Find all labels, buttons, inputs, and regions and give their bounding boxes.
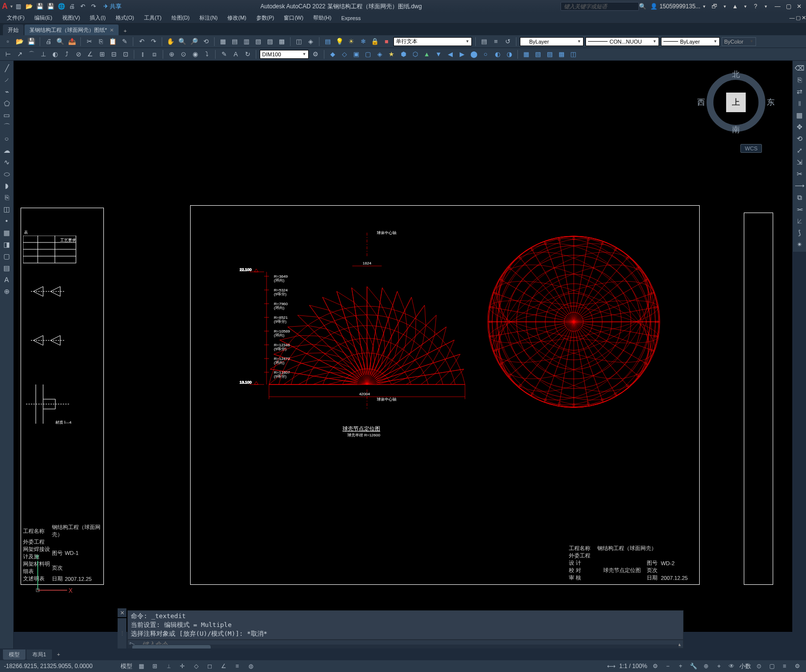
otrack-icon[interactable]: ∠ bbox=[219, 661, 228, 671]
view-cube[interactable]: 北 南 东 西 上 bbox=[704, 71, 768, 134]
saveas-icon[interactable]: 💾 bbox=[46, 1, 55, 11]
cmdline-close-button[interactable]: ✕ bbox=[118, 608, 126, 617]
dimupd-icon[interactable]: ↻ bbox=[243, 49, 252, 59]
menu-draw[interactable]: 绘图(D) bbox=[168, 13, 194, 23]
revcloud-icon[interactable]: ☁ bbox=[1, 145, 12, 156]
erase-icon[interactable]: ⌫ bbox=[794, 63, 805, 73]
break-icon[interactable]: ⧉ bbox=[794, 192, 805, 203]
gear-icon[interactable]: ⚙ bbox=[650, 661, 660, 671]
tab-add-layout[interactable]: + bbox=[53, 650, 64, 659]
pline-icon[interactable]: ⌁ bbox=[1, 86, 12, 97]
dim-align-icon[interactable]: ↗ bbox=[15, 49, 24, 59]
scale-icon2[interactable]: ⟷ bbox=[607, 661, 616, 671]
zoom2-icon[interactable]: 🔎 bbox=[189, 37, 199, 47]
grid-icon[interactable]: ▦ bbox=[136, 661, 146, 671]
ortho-icon[interactable]: ⟂ bbox=[164, 661, 173, 671]
point-icon[interactable]: • bbox=[1, 216, 12, 226]
box-icon[interactable]: ▢ bbox=[767, 661, 777, 671]
menu-view[interactable]: 视图(V) bbox=[58, 13, 84, 23]
anno-icon[interactable]: ⊕ bbox=[701, 661, 711, 671]
dimstyle-mgr-icon[interactable]: ⚙ bbox=[311, 49, 320, 59]
menu-tools[interactable]: 工具(T) bbox=[140, 13, 166, 23]
plot-icon[interactable]: 🖨 bbox=[67, 1, 77, 11]
trim-icon[interactable]: ✂ bbox=[794, 168, 805, 179]
viewcube-west[interactable]: 西 bbox=[697, 97, 705, 108]
extend-icon[interactable]: ⟶ bbox=[794, 180, 805, 191]
et20-icon[interactable]: ▩ bbox=[557, 49, 566, 59]
tab-layout1[interactable]: 布局1 bbox=[26, 649, 52, 660]
menu-file[interactable]: 文件(F) bbox=[3, 13, 28, 23]
et1-icon[interactable]: ◆ bbox=[328, 49, 338, 59]
print-icon[interactable]: 🖨 bbox=[44, 37, 53, 47]
snap-icon[interactable]: ⊞ bbox=[150, 661, 160, 671]
et15-icon[interactable]: ◐ bbox=[492, 49, 502, 59]
ren-icon[interactable]: ◈ bbox=[306, 37, 316, 47]
target-icon[interactable]: ⊙ bbox=[754, 661, 764, 671]
viewcube-south[interactable]: 南 bbox=[732, 125, 740, 135]
maximize-button[interactable]: ▢ bbox=[783, 2, 793, 10]
lines-icon[interactable]: ≡ bbox=[780, 661, 789, 671]
menu-dim[interactable]: 标注(N) bbox=[195, 13, 221, 23]
osnap-icon[interactable]: ◻ bbox=[205, 661, 215, 671]
menu-window[interactable]: 窗口(W) bbox=[280, 13, 307, 23]
tp-icon[interactable]: ▥ bbox=[242, 37, 251, 47]
freeze-icon[interactable]: ❄ bbox=[358, 37, 368, 47]
cut-icon[interactable]: ✂ bbox=[84, 37, 94, 47]
open2-icon[interactable]: 📂 bbox=[15, 37, 24, 47]
units-label[interactable]: 小数 bbox=[739, 662, 751, 671]
mark-icon[interactable]: ▨ bbox=[265, 37, 275, 47]
user-pref-icon[interactable]: ▲ bbox=[731, 2, 739, 11]
dim-ord-icon[interactable]: ⊥ bbox=[38, 49, 48, 59]
layer-combo[interactable]: ByLayer▼ bbox=[520, 37, 584, 46]
dim-quick-icon[interactable]: ⊞ bbox=[97, 49, 107, 59]
tab-close-icon[interactable]: ✕ bbox=[110, 27, 114, 33]
dim-linear-icon[interactable]: ⊢ bbox=[3, 49, 13, 59]
linetype-combo[interactable]: CON...NUOU▼ bbox=[586, 37, 659, 46]
ellipse-icon[interactable]: ⬭ bbox=[1, 168, 12, 179]
hatch-icon[interactable]: ▦ bbox=[1, 227, 12, 238]
dimedit-icon[interactable]: ✎ bbox=[219, 49, 229, 59]
text-style-combo[interactable]: 单行文本▼ bbox=[393, 37, 472, 46]
block-icon[interactable]: ◫ bbox=[294, 37, 304, 47]
iso-icon[interactable]: ◇ bbox=[191, 661, 201, 671]
viewcube-north[interactable]: 北 bbox=[732, 70, 740, 80]
help-icon[interactable]: ? bbox=[751, 2, 760, 11]
publish-icon[interactable]: 📤 bbox=[67, 37, 77, 47]
menu-param[interactable]: 参数(P) bbox=[252, 13, 278, 23]
pan-icon[interactable]: ✋ bbox=[166, 37, 175, 47]
sun-icon[interactable]: ☀ bbox=[346, 37, 356, 47]
app-logo[interactable]: A bbox=[2, 2, 8, 11]
search-box[interactable]: 键入关键字或短语 bbox=[561, 2, 639, 11]
et6-icon[interactable]: ★ bbox=[387, 49, 396, 59]
layer-prev-icon[interactable]: ↺ bbox=[503, 37, 513, 47]
preview-icon[interactable]: 🔍 bbox=[55, 37, 65, 47]
share-button[interactable]: ✈ 共享 bbox=[103, 2, 122, 11]
join-icon[interactable]: ⫘ bbox=[794, 204, 805, 215]
wrench-icon[interactable]: 🔧 bbox=[688, 661, 698, 671]
layer-state-icon[interactable]: ▤ bbox=[479, 37, 489, 47]
web-icon[interactable]: 🌐 bbox=[56, 1, 66, 11]
rotate-icon[interactable]: ⟲ bbox=[794, 133, 805, 144]
menu-format[interactable]: 格式(O) bbox=[112, 13, 138, 23]
mirror-icon[interactable]: ⇄ bbox=[794, 86, 805, 97]
redo2-icon[interactable]: ↷ bbox=[148, 37, 158, 47]
polar-icon[interactable]: ✛ bbox=[177, 661, 187, 671]
scale-label[interactable]: 1:1 / 100% bbox=[619, 663, 647, 670]
move-icon[interactable]: ✥ bbox=[794, 121, 805, 132]
menu-edit[interactable]: 编辑(E) bbox=[30, 13, 56, 23]
et19-icon[interactable]: ▨ bbox=[545, 49, 555, 59]
tab-active-doc[interactable]: 某钢结构工程（球面网壳）图纸* ✕ bbox=[24, 24, 119, 35]
et3-icon[interactable]: ▣ bbox=[351, 49, 361, 59]
dim-space-icon[interactable]: ⫿ bbox=[138, 49, 147, 59]
dim-dia-icon[interactable]: ⊘ bbox=[73, 49, 83, 59]
et14-icon[interactable]: ○ bbox=[481, 49, 490, 59]
search-icon[interactable]: 🔍 bbox=[639, 3, 646, 10]
settings-icon[interactable]: ⚙ bbox=[792, 661, 802, 671]
dim-cont-icon[interactable]: ⊡ bbox=[121, 49, 130, 59]
close-button[interactable]: ✕ bbox=[794, 2, 804, 10]
et10-icon[interactable]: ▼ bbox=[434, 49, 443, 59]
ellipsearc-icon[interactable]: ◗ bbox=[1, 180, 12, 191]
save-icon[interactable]: 💾 bbox=[35, 1, 45, 11]
orbit-icon[interactable]: ⟲ bbox=[201, 37, 211, 47]
user-account[interactable]: 👤 15059999135... ▼ bbox=[650, 3, 706, 10]
